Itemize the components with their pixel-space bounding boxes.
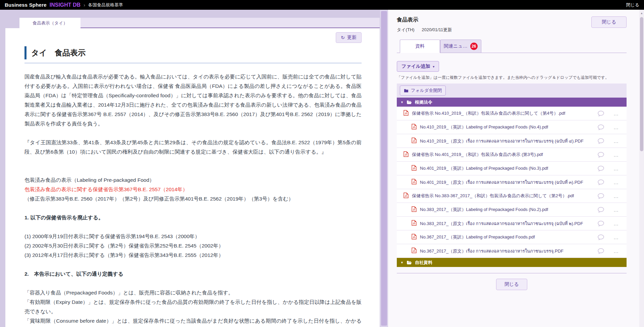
file-add-help: 「ファイルを追加」は一度に複数ファイルを追加できます。また当枠内へのドラッグ＆ド… [397, 75, 627, 80]
document-scrollbar-thumb[interactable] [381, 11, 387, 326]
comment-icon[interactable] [598, 193, 604, 199]
comment-icon[interactable] [598, 207, 604, 213]
more-button[interactable]: … [613, 166, 619, 171]
file-row-actions: … [594, 179, 619, 185]
more-button[interactable]: … [613, 221, 619, 226]
section-divider [397, 273, 627, 273]
more-button[interactable]: … [613, 179, 619, 185]
comment-icon[interactable] [598, 179, 604, 185]
pdf-icon [404, 151, 409, 157]
file-name[interactable]: 保健省告示 No.383-367_2017_（和訳）包装済み食品の表示に関して（… [412, 193, 574, 199]
tabbar-filler [80, 18, 380, 28]
detail-title: 食品表示 [397, 16, 452, 23]
document-panel: 食品表示（タイ） ↻ 更新 タイ 食品表示 国産食品及び輸入食品は食品表示が必要… [5, 18, 380, 327]
more-button[interactable]: … [613, 193, 619, 199]
file-name[interactable]: No.367_2017_（英訳）Labeling of Prepackaged … [420, 234, 535, 240]
document-body: ↻ 更新 タイ 食品表示 国産食品及び輸入食品は食品表示が必要である。輸入食品に… [5, 28, 380, 327]
doc-paragraph: 『タイ王国憲法第33条、第41条、第43条及び第45条と共に第29条は、その食品… [24, 138, 362, 157]
tabbar-indent [5, 18, 19, 28]
more-button[interactable]: … [613, 152, 619, 158]
document-scrollbar[interactable] [380, 10, 388, 327]
file-row[interactable]: No.367_2017_（英訳）Labeling of Prepackaged … [397, 230, 627, 244]
pdf-icon [412, 138, 417, 143]
more-button[interactable]: … [613, 111, 619, 116]
file-row[interactable]: 保健省告示 No.383-367_2017_（和訳）包装済み食品の表示に関して（… [397, 189, 627, 203]
more-button[interactable]: … [613, 138, 619, 144]
tab-related-news[interactable]: 関連ニュ… 26 [440, 40, 481, 53]
pdf-icon [412, 248, 417, 253]
file-row[interactable]: 保健省告示 No.410_2019_（和訳）包装済み食品の表示に関して（第4号）… [397, 107, 627, 120]
folder-header[interactable]: ▼自社資料 [397, 258, 627, 267]
file-row[interactable]: No.383_2017_（原文）เรื่อง การแสดงฉลากของอาห… [397, 217, 627, 230]
comment-icon[interactable] [598, 111, 604, 116]
comment-icon[interactable] [598, 234, 604, 240]
doc-paragraph: 国産食品及び輸入食品は食品表示が必要である。輸入食品においては、タイの表示を必要… [24, 72, 362, 128]
file-row[interactable]: No.410_2019_（原文）เรื่อง การแสดงฉลากของอาห… [397, 134, 627, 148]
files-box: フォルダ全開閉 ▼根拠法令保健省告示 No.410_2019_（和訳）包装済み食… [397, 84, 627, 267]
file-row[interactable]: No.401_2019_（英訳）Labeling of Prepackaged … [397, 162, 627, 175]
file-name[interactable]: No.410_2019_（英訳）Labeling of Prepackaged … [420, 124, 548, 130]
folder-header[interactable]: ▼根拠法令 [397, 98, 627, 107]
page-scrollbar-thumb[interactable] [640, 17, 643, 151]
comment-icon[interactable] [598, 248, 604, 254]
pdf-icon [412, 206, 417, 212]
tab-documents[interactable]: 資料 [400, 40, 440, 53]
file-name[interactable]: No.410_2019_（原文）เรื่อง การแสดงฉลากของอาห… [420, 138, 584, 145]
files-toolbar: フォルダ全開閉 [397, 84, 627, 98]
pdf-icon [412, 234, 417, 239]
file-name[interactable]: No.367_2017_（原文）เรื่อง การแสดงฉลากของอาห… [420, 248, 564, 255]
file-name[interactable]: No.383_2017_（原文）เรื่อง การแสดงฉลากของอาห… [420, 220, 583, 227]
file-row-actions: … [594, 111, 619, 116]
comment-icon[interactable] [598, 124, 604, 130]
file-name[interactable]: No.383_2017_（英訳）Labeling of Prepackaged … [420, 207, 548, 213]
file-row-actions: … [594, 221, 619, 226]
doc-line: 「容器入り食品（Prepackaged Foods）」とは、販売用に容器に収納さ… [24, 288, 362, 297]
doc-heading: 2. 本告示において、以下の通り定義する [24, 269, 362, 279]
doc-line: 「賞味期限（Consume before date）」とは、規定保存条件に従った… [24, 316, 362, 327]
comment-icon[interactable] [598, 152, 604, 158]
folder-expand-all-button[interactable]: フォルダ全開閉 [400, 86, 446, 96]
more-button[interactable]: … [613, 248, 619, 254]
more-button[interactable]: … [613, 124, 619, 130]
more-button[interactable]: … [613, 207, 619, 213]
scroll-up-icon[interactable]: ▲ [639, 10, 644, 15]
bottom-close-button[interactable]: 閉じる [496, 279, 527, 290]
pdf-icon [412, 124, 417, 129]
detail-close-button[interactable]: 閉じる [591, 16, 627, 28]
detail-subtitle: タイ(TH) 2020/01/11更新 [397, 27, 452, 33]
detail-country: タイ(TH) [397, 27, 415, 32]
pdf-icon [404, 110, 409, 116]
pdf-icon [412, 220, 417, 226]
doc-line: （修正告示第383号B.E. 2560（2017年）（第2号）及び同修正告示第4… [24, 194, 362, 204]
update-button-label: 更新 [347, 35, 357, 41]
file-row[interactable]: No.410_2019_（英訳）Labeling of Prepackaged … [397, 120, 627, 134]
file-row[interactable]: No.367_2017_（原文）เรื่อง การแสดงฉลากของอาห… [397, 244, 627, 258]
more-button[interactable]: … [613, 234, 619, 240]
tab-food-labeling-thailand[interactable]: 食品表示（タイ） [19, 18, 80, 28]
comment-icon[interactable] [598, 166, 604, 171]
file-name[interactable]: 保健省告示 No.401_2019_（和訳）包装済み食品の表示 (第3号).pd… [412, 152, 543, 158]
update-button[interactable]: ↻ 更新 [336, 32, 362, 43]
page-title-wrap: タイ 食品表示 [24, 46, 362, 63]
comment-icon[interactable] [598, 221, 604, 226]
file-add-button[interactable]: ファイル追加 ▾ [397, 61, 439, 72]
file-row-actions: … [594, 166, 619, 171]
file-row[interactable]: No.401_2019_（原文）เรื่อง การแสดงฉลากของอาห… [397, 175, 627, 189]
file-row[interactable]: No.383_2017_（英訳）Labeling of Prepackaged … [397, 203, 627, 217]
breadcrumb-chevron-icon: › [84, 2, 85, 8]
doc-line: 包装済み食品の表示（Labeling of Pre-packaged Food） [24, 175, 362, 185]
file-row-actions: … [594, 193, 619, 199]
folder-open-icon [407, 261, 412, 265]
topbar-close-button[interactable]: 閉じる [626, 2, 639, 8]
folder-open-icon [407, 100, 412, 104]
page-scrollbar[interactable]: ▲ [639, 10, 644, 327]
file-name[interactable]: 保健省告示 No.410_2019_（和訳）包装済み食品の表示に関して（第4号）… [412, 110, 565, 116]
detail-panel: 食品表示 タイ(TH) 2020/01/11更新 閉じる 資料 関連ニュ… 26… [388, 10, 639, 327]
file-row[interactable]: 保健省告示 No.401_2019_（和訳）包装済み食品の表示 (第3号).pd… [397, 148, 627, 162]
comment-icon[interactable] [598, 138, 604, 144]
doc-lines: (1) 2000年9月19日付表示に関する保健省告示第194号B.E. 2543… [24, 232, 362, 260]
file-row-actions: … [594, 152, 619, 158]
file-name[interactable]: No.401_2019_（英訳）Labeling of Prepackaged … [420, 165, 548, 171]
document-tabbar: 食品表示（タイ） [5, 18, 380, 28]
file-name[interactable]: No.401_2019_（原文）เรื่อง การแสดงฉลากของอาห… [420, 179, 583, 186]
